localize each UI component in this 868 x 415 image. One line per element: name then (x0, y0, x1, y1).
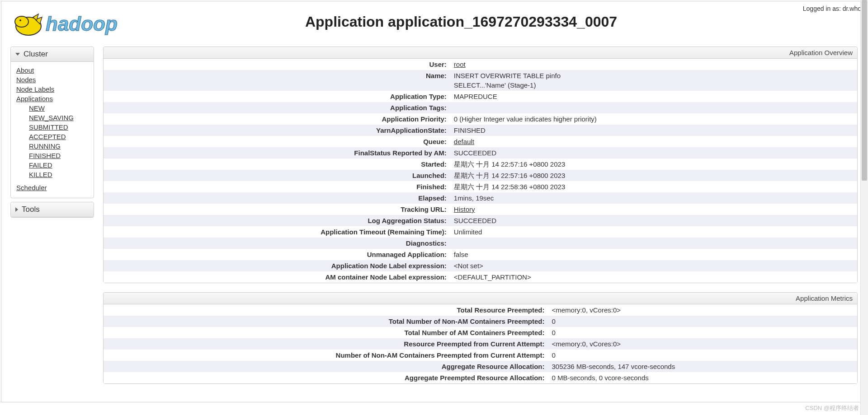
row-current-preempted: Resource Preempted from Current Attempt:… (104, 338, 857, 350)
sidebar-cluster-toggle[interactable]: Cluster (11, 47, 94, 62)
metrics-title: Application Metrics (104, 293, 857, 304)
sidebar-link-new[interactable]: NEW (29, 103, 88, 113)
row-tracking: Tracking URL:History (104, 204, 857, 215)
chevron-down-icon (15, 53, 20, 56)
scrollbar[interactable] (860, 0, 868, 403)
application-metrics-section: Application Metrics Total Resource Preem… (103, 292, 858, 384)
hadoop-logo[interactable]: hadoop (10, 6, 155, 37)
row-queue: Queue:default (104, 136, 857, 147)
row-yarn-state: YarnApplicationState:FINISHED (104, 125, 857, 136)
row-diag: Diagnostics: (104, 238, 857, 249)
sidebar-link-submitted[interactable]: SUBMITTED (29, 122, 88, 132)
row-final-status: FinalStatus Reported by AM:SUCCEEDED (104, 147, 857, 159)
row-log-agg: Log Aggregation Status:SUCCEEDED (104, 215, 857, 226)
sidebar-link-running[interactable]: RUNNING (29, 141, 88, 151)
queue-link[interactable]: default (454, 138, 474, 145)
row-agg-preempted: Aggregate Preempted Resource Allocation:… (104, 372, 857, 383)
sidebar-link-killed[interactable]: KILLED (29, 170, 88, 179)
sidebar-tools-toggle[interactable]: Tools (11, 202, 94, 217)
sidebar-link-applications[interactable]: Applications (16, 94, 88, 103)
scrollbar-thumb[interactable] (862, 0, 867, 181)
row-nonam-current: Number of Non-AM Containers Preempted fr… (104, 350, 857, 361)
row-timeout: Application Timeout (Remaining Time):Unl… (104, 226, 857, 238)
svg-text:hadoop: hadoop (46, 13, 118, 35)
application-overview-section: Application Overview User:root Name:INSE… (103, 47, 858, 283)
row-user: User:root (104, 59, 857, 70)
sidebar-tools-box: Tools (10, 202, 94, 218)
row-finished: Finished:星期六 十月 14 22:58:36 +0800 2023 (104, 181, 857, 192)
row-name: Name:INSERT OVERWRITE TABLE pinfo SELECT… (104, 70, 857, 91)
metrics-table: Total Resource Preempted:<memory:0, vCor… (104, 304, 857, 383)
row-aggregate: Aggregate Resource Allocation:305236 MB-… (104, 361, 857, 372)
tracking-link[interactable]: History (454, 205, 475, 213)
header: hadoop Application application_169727029… (1, 1, 867, 47)
row-unmanaged: Unmanaged Application:false (104, 249, 857, 260)
chevron-right-icon (15, 207, 18, 212)
main-content: Application Overview User:root Name:INSE… (103, 47, 858, 393)
row-total-preempted: Total Resource Preempted:<memory:0, vCor… (104, 304, 857, 316)
sidebar: Cluster About Nodes Node Labels Applicat… (10, 47, 94, 393)
sidebar-link-finished[interactable]: FINISHED (29, 151, 88, 160)
row-launched: Launched:星期六 十月 14 22:57:16 +0800 2023 (104, 170, 857, 181)
row-started: Started:星期六 十月 14 22:57:16 +0800 2023 (104, 159, 857, 170)
logged-in-info: Logged in as: dr.who (803, 5, 861, 12)
sidebar-link-accepted[interactable]: ACCEPTED (29, 132, 88, 141)
sidebar-link-scheduler[interactable]: Scheduler (16, 183, 88, 192)
sidebar-cluster-box: Cluster About Nodes Node Labels Applicat… (10, 47, 94, 198)
row-am-preempted: Total Number of AM Containers Preempted:… (104, 327, 857, 338)
page-title: Application application_1697270293334_00… (155, 14, 767, 30)
overview-table: User:root Name:INSERT OVERWRITE TABLE pi… (104, 59, 857, 283)
row-elapsed: Elapsed:1mins, 19sec (104, 192, 857, 204)
user-link[interactable]: root (454, 61, 466, 68)
sidebar-link-node-labels[interactable]: Node Labels (16, 84, 88, 94)
sidebar-link-new-saving[interactable]: NEW_SAVING (29, 113, 88, 122)
row-priority: Application Priority:0 (Higher Integer v… (104, 113, 857, 125)
svg-point-2 (19, 19, 21, 21)
sidebar-link-nodes[interactable]: Nodes (16, 75, 88, 84)
sidebar-link-about[interactable]: About (16, 65, 88, 75)
row-app-tags: Application Tags: (104, 102, 857, 113)
row-am-node-label: AM container Node Label expression:<DEFA… (104, 271, 857, 283)
svg-point-1 (15, 16, 28, 27)
sidebar-link-failed[interactable]: FAILED (29, 160, 88, 170)
row-nonam-preempted: Total Number of Non-AM Containers Preemp… (104, 316, 857, 327)
row-app-type: Application Type:MAPREDUCE (104, 91, 857, 102)
overview-title: Application Overview (104, 47, 857, 59)
row-app-node-label: Application Node Label expression:<Not s… (104, 260, 857, 271)
